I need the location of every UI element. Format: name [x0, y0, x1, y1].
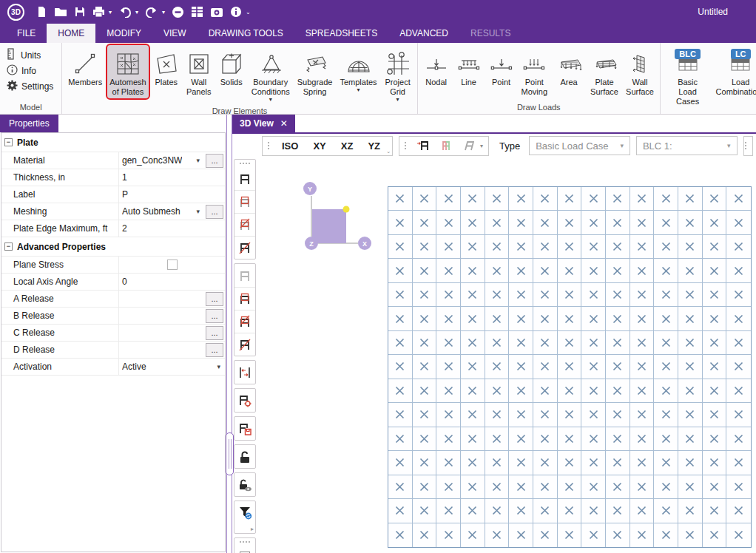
boundary-conditions-button[interactable]: Boundary Conditions ▾: [248, 44, 294, 106]
point-load-button[interactable]: Point: [485, 44, 518, 90]
plate-surface-load-button[interactable]: Plate Surface: [587, 44, 622, 100]
property-value[interactable]: [118, 342, 204, 358]
drag-handle[interactable]: [234, 538, 255, 546]
new-file-icon[interactable]: [36, 6, 47, 18]
save-icon[interactable]: [74, 6, 86, 18]
dropdown-caret-icon[interactable]: ▾: [196, 208, 201, 215]
tab-modify[interactable]: MODIFY: [95, 24, 152, 43]
loads-toggle-color-icon[interactable]: [436, 139, 456, 152]
line-load-button[interactable]: Line: [453, 44, 485, 90]
tab-drawing-tools[interactable]: DRAWING TOOLS: [198, 24, 294, 43]
dropdown-caret-icon[interactable]: ▾: [217, 363, 222, 370]
tab-home[interactable]: HOME: [47, 24, 95, 43]
expand-toolbar-icon[interactable]: ▸: [234, 524, 255, 533]
ellipsis-button[interactable]: ...: [206, 205, 223, 219]
nodal-load-button[interactable]: Nodal: [420, 44, 453, 90]
properties-tab[interactable]: Properties: [0, 115, 58, 132]
lock-unselected-icon[interactable]: [234, 445, 255, 468]
load-display-dropdown-icon[interactable]: ▾: [480, 143, 483, 149]
ellipsis-button[interactable]: ...: [206, 309, 223, 323]
property-value[interactable]: P: [118, 186, 225, 203]
toolbar-overflow-button[interactable]: [743, 136, 753, 156]
section-header[interactable]: −Plate: [1, 133, 225, 152]
dropdown-caret-icon[interactable]: ▾: [196, 157, 201, 164]
members-button[interactable]: Members: [64, 44, 106, 90]
select-frame-icon[interactable]: [234, 167, 255, 190]
range-select-icon[interactable]: [234, 361, 255, 384]
print-dropdown-icon[interactable]: ▾: [109, 9, 112, 16]
settings-button[interactable]: Settings: [7, 80, 53, 93]
print-icon[interactable]: [92, 6, 105, 18]
area-load-button[interactable]: Area: [551, 44, 587, 90]
lock-visibility-icon[interactable]: [234, 473, 255, 496]
tab-advanced[interactable]: ADVANCED: [388, 24, 459, 43]
property-value[interactable]: [118, 257, 225, 273]
tab-view[interactable]: VIEW: [152, 24, 198, 43]
deselect-frame-icon[interactable]: [234, 264, 255, 287]
automesh-of-plates-button[interactable]: Automesh of Plates: [106, 44, 150, 100]
boundary-conditions-dropdown-icon[interactable]: ▾: [269, 97, 272, 103]
info-button[interactable]: Info: [7, 64, 53, 78]
xy-view-button[interactable]: XY: [306, 139, 332, 153]
collapse-icon[interactable]: −: [4, 242, 13, 251]
info-icon[interactable]: [230, 6, 242, 18]
tab-file[interactable]: FILE: [6, 24, 47, 43]
section-header[interactable]: −Advanced Properties: [1, 237, 225, 257]
drag-handle[interactable]: [234, 160, 255, 167]
project-grid-dropdown-icon[interactable]: ▾: [396, 97, 399, 103]
open-icon[interactable]: [54, 6, 67, 18]
checkbox[interactable]: [167, 259, 178, 270]
property-value[interactable]: 2: [118, 220, 225, 237]
property-value[interactable]: 0: [118, 274, 225, 290]
project-grid-button[interactable]: Project Grid ▾: [381, 44, 415, 106]
templates-dropdown-icon[interactable]: ▾: [357, 87, 360, 93]
load-combinations-button[interactable]: LC Load Combinations: [712, 44, 756, 100]
selection-filter-icon[interactable]: [234, 501, 255, 524]
units-button[interactable]: Units: [7, 48, 53, 62]
undo-dropdown-icon[interactable]: ▾: [135, 9, 138, 16]
save-selection-icon[interactable]: [234, 417, 255, 440]
xz-view-button[interactable]: XZ: [334, 139, 360, 153]
customize-quick-access-icon[interactable]: ⌄: [246, 9, 251, 16]
redo-icon[interactable]: [145, 6, 158, 18]
wall-surface-load-button[interactable]: Wall Surface: [622, 44, 658, 100]
blc-combobox[interactable]: BLC 1: ▾: [636, 136, 738, 155]
box-deselect-icon[interactable]: [234, 287, 255, 310]
box-select-criteria-icon[interactable]: [234, 213, 255, 236]
panel-splitter[interactable]: [226, 115, 232, 553]
property-value[interactable]: gen_Conc3NW▾: [118, 152, 204, 169]
plates-button[interactable]: Plates: [150, 44, 183, 90]
collapse-icon[interactable]: −: [4, 138, 13, 146]
line-deselect-icon[interactable]: [234, 333, 255, 356]
app-logo[interactable]: 3D: [7, 4, 24, 21]
ellipsis-button[interactable]: ...: [206, 326, 223, 340]
close-tab-icon[interactable]: ✕: [280, 118, 288, 129]
model-canvas[interactable]: Y Z X: [257, 157, 756, 553]
ellipsis-button[interactable]: ...: [206, 292, 223, 306]
property-value[interactable]: 1: [118, 169, 225, 186]
property-value[interactable]: Active▾: [118, 359, 225, 375]
tab-3d-view[interactable]: 3D View ✕: [232, 115, 295, 132]
solve-icon[interactable]: [172, 6, 184, 18]
drag-handle[interactable]: [268, 142, 269, 149]
splitter-grip[interactable]: [226, 432, 234, 475]
box-deselect-criteria-icon[interactable]: [234, 310, 255, 333]
subgrade-spring-button[interactable]: Subgrade Spring: [294, 44, 337, 100]
drag-handle[interactable]: [405, 142, 406, 149]
yz-view-button[interactable]: YZ: [361, 139, 387, 153]
tab-spreadsheets[interactable]: SPREADSHEETS: [294, 24, 388, 43]
ellipsis-button[interactable]: ...: [206, 343, 223, 357]
wall-panels-button[interactable]: Wall Panels: [183, 44, 215, 100]
point-moving-load-button[interactable]: Point Moving: [518, 44, 551, 100]
spreadsheets-icon[interactable]: [191, 6, 203, 18]
property-value[interactable]: [118, 291, 204, 307]
ellipsis-button[interactable]: ...: [206, 154, 223, 168]
basic-load-cases-button[interactable]: BLC Basic Load Cases: [663, 44, 712, 110]
templates-button[interactable]: Templates ▾: [336, 44, 380, 96]
selection-settings-icon[interactable]: [234, 389, 255, 412]
iso-view-button[interactable]: ISO: [275, 139, 305, 153]
redo-dropdown-icon[interactable]: ▾: [162, 9, 165, 16]
property-value[interactable]: Auto Submesh▾: [118, 203, 204, 220]
data-pane-icon[interactable]: [234, 546, 255, 553]
box-select-icon[interactable]: [234, 190, 255, 213]
